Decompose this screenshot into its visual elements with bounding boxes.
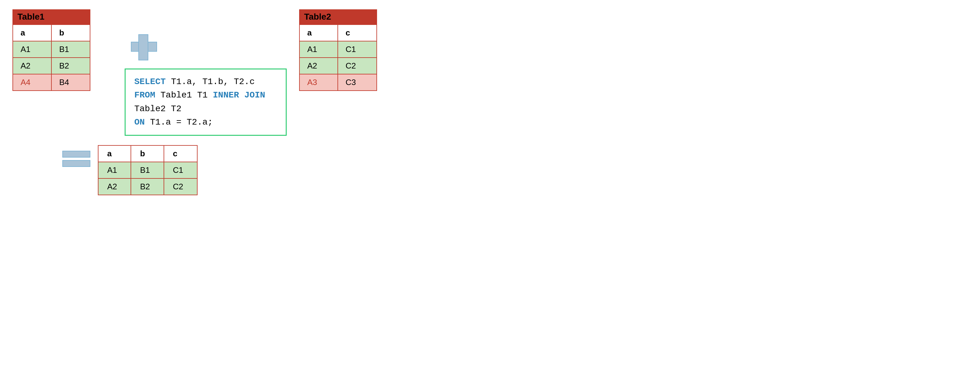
t2-r2-a: A2	[299, 58, 338, 74]
result-header-b: b	[131, 146, 164, 162]
bottom-section: a b c A1 B1 C1 A2 B2 C2	[62, 145, 380, 195]
t2-r1-c: C1	[338, 41, 377, 58]
t1-r3-b: B4	[51, 74, 90, 90]
from-keyword: FROM	[134, 90, 155, 100]
t1-r2-b: B2	[51, 58, 90, 74]
res-r2-c: C2	[164, 179, 197, 195]
t1-r1-a: A1	[13, 41, 51, 58]
table-row: A2 B2 C2	[98, 179, 197, 195]
res-r2-a: A2	[98, 179, 131, 195]
table2-title: Table2	[299, 10, 377, 24]
t2-r1-a: A1	[299, 41, 338, 58]
plus-icon	[131, 34, 156, 59]
sql-box: SELECT T1.a, T1.b, T2.c FROM Table1 T1 I…	[125, 68, 287, 136]
result-header-a: a	[98, 146, 131, 162]
left-area: Table1 a b A1 B1 A2	[13, 10, 112, 91]
t1-r1-b: B1	[51, 41, 90, 58]
sql-line2-post: Table2 T2	[134, 104, 181, 114]
t1-r3-a: A4	[13, 74, 51, 90]
table2-container: Table2 a c A1 C1 A2	[299, 10, 377, 91]
res-r2-b: B2	[131, 179, 164, 195]
sql-line2: FROM Table1 T1 INNER JOIN Table2 T2	[134, 89, 277, 116]
inner-join-keyword: INNER JOIN	[213, 90, 265, 100]
table1-container: Table1 a b A1 B1 A2	[13, 10, 91, 91]
table-row: A4 B4	[13, 74, 90, 90]
table2: a c A1 C1 A2 C2	[299, 24, 377, 91]
table2-header-c: c	[338, 25, 377, 41]
equals-icon	[62, 151, 91, 167]
center-area: SELECT T1.a, T1.b, T2.c FROM Table1 T1 I…	[112, 13, 299, 136]
table1-header-a: a	[13, 25, 51, 41]
main-layout: Table1 a b A1 B1 A2	[13, 10, 380, 195]
sql-line3: ON T1.a = T2.a;	[134, 116, 277, 129]
on-keyword: ON	[134, 117, 145, 127]
top-section: Table1 a b A1 B1 A2	[13, 10, 380, 136]
sql-line3-post: T1.a = T2.a;	[145, 117, 213, 127]
sql-line1: SELECT T1.a, T1.b, T2.c	[134, 75, 277, 89]
res-r1-a: A1	[98, 162, 131, 179]
table1-header-b: b	[51, 25, 90, 41]
table-row: A2 B2	[13, 58, 90, 74]
sql-line2-pre: Table1 T1	[155, 90, 213, 100]
t2-r2-c: C2	[338, 58, 377, 74]
table-row: A2 C2	[299, 58, 377, 74]
table1: a b A1 B1 A2 B2	[13, 24, 91, 91]
result-header-c: c	[164, 146, 197, 162]
res-r1-b: B1	[131, 162, 164, 179]
table1-title: Table1	[13, 10, 91, 24]
table-row: A1 C1	[299, 41, 377, 58]
equals-bar-1	[62, 151, 91, 158]
right-area: Table2 a c A1 C1 A2	[299, 10, 393, 91]
res-r1-c: C1	[164, 162, 197, 179]
t1-r2-a: A2	[13, 58, 51, 74]
t2-r3-c: C3	[338, 74, 377, 90]
t2-r3-a: A3	[299, 74, 338, 90]
select-keyword: SELECT	[134, 77, 166, 87]
sql-line1-rest: T1.a, T1.b, T2.c	[166, 77, 255, 87]
table-row: A3 C3	[299, 74, 377, 90]
equals-bar-2	[62, 160, 91, 167]
table2-header-a: a	[299, 25, 338, 41]
table-row: A1 B1	[13, 41, 90, 58]
result-table: a b c A1 B1 C1 A2 B2 C2	[98, 145, 197, 195]
table-row: A1 B1 C1	[98, 162, 197, 179]
